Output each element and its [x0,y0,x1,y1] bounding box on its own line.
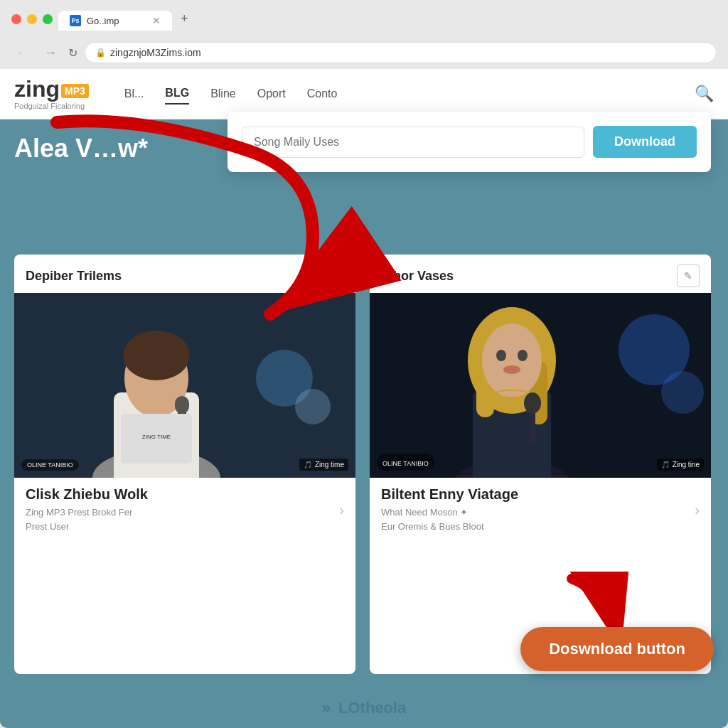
traffic-lights: Ps Go..imp ✕ + [11,7,717,31]
security-icon: 🔒 [95,48,106,58]
download-button[interactable]: Download [593,126,697,158]
nav-item-conto[interactable]: Conto [307,84,338,104]
page-body: zingMP3 Podguizal Ficaloring Bl... BLG B… [0,69,728,728]
card-2-logo-overlay: OLINE TANIBIO [377,454,434,471]
maximize-traffic-light[interactable] [43,14,53,24]
annotation-download-button[interactable]: Doswnload button [520,627,714,671]
card-1-person-image: ZING TIME [14,293,355,478]
logo-zing: zing [14,76,60,102]
svg-text:ZING TIME: ZING TIME [142,434,171,440]
card-2-watermark: 🎵 Zing tine [657,459,704,471]
tab-favicon: Ps [70,15,81,26]
bottom-text: LOtheola [338,699,406,717]
svg-point-14 [661,371,704,414]
nav-item-bl[interactable]: Bl... [124,84,144,104]
site-logo: zingMP3 Podguizal Ficaloring [14,77,89,110]
card-1-desc-line2: Prest User [26,520,339,534]
minimize-traffic-light[interactable] [27,14,37,24]
logo-subtitle: Podguizal Ficaloring [14,102,89,110]
back-button[interactable]: ← [11,44,33,62]
card-2-name: Biltent Enny Viatage [381,486,695,503]
title-bar: Ps Go..imp ✕ + [0,0,728,36]
browser-window: Ps Go..imp ✕ + ← → ↻ 🔒 zingznjoM3Zims.io… [0,0,728,728]
reload-button[interactable]: ↻ [68,46,77,60]
card-1: Depiber Trilems ✎ [14,255,355,674]
card-2-body: Biltent Enny Viatage What Need Moson ✦ E… [370,478,711,542]
svg-point-21 [496,350,506,361]
svg-point-23 [503,365,520,374]
search-dropdown: Download [228,112,711,172]
svg-point-26 [524,392,541,414]
svg-point-22 [518,350,528,361]
card-1-body: Clisk Zhiebu Wolk Zing MP3 Prest Brokd F… [14,478,355,542]
card-2-desc-line2: Eur Oremis & Bues Bloot [381,520,695,534]
card-1-watermark: 🎵 Zing time [299,459,348,471]
card-1-name: Clisk Zhiebu Wolk [26,486,339,503]
address-bar: ← → ↻ 🔒 zingznjoM3Zims.iom [0,36,728,69]
nav-item-bline[interactable]: Bline [210,84,236,104]
svg-rect-9 [175,396,189,414]
new-tab-button[interactable]: + [173,7,196,31]
search-input[interactable] [242,127,584,158]
card-2-info: Biltent Enny Viatage What Need Moson ✦ E… [381,486,695,533]
card-2-title: Whor Vases [381,269,454,284]
svg-point-3 [295,389,331,424]
nav-item-blg[interactable]: BLG [165,83,189,105]
card-2-arrow[interactable]: › [695,502,700,518]
card-1-arrow[interactable]: › [339,502,344,518]
cards-section: Depiber Trilems ✎ [0,247,728,688]
logo-mp3-badge: MP3 [61,84,89,98]
url-bar[interactable]: 🔒 zingznjoM3Zims.iom [85,42,717,63]
card-1-info: Clisk Zhiebu Wolk Zing MP3 Prest Brokd F… [26,486,339,533]
forward-button[interactable]: → [40,44,61,62]
card-2-image: 🎵 Zing tine OLINE TANIBIO [370,293,711,478]
card-1-header: Depiber Trilems ✎ [14,255,355,293]
card-2-header: Whor Vases ✎ [370,255,711,293]
card-2-icon-button[interactable]: ✎ [677,264,700,287]
nav-item-oport[interactable]: Oport [257,84,286,104]
logo-text: zingMP3 [14,77,89,100]
card-2-person-image [370,293,711,478]
svg-point-20 [482,323,542,397]
search-icon[interactable]: 🔍 [695,85,714,103]
browser-tab[interactable]: Ps Go..imp ✕ [58,11,172,31]
card-2: Whor Vases ✎ [370,255,711,674]
close-traffic-light[interactable] [11,14,21,24]
card-1-image: ZING TIME 🎵 Zing time OLINE TANIBIO [14,293,355,478]
tab-close-button[interactable]: ✕ [152,15,161,26]
svg-point-7 [123,331,190,380]
tab-title: Go..imp [87,16,119,26]
bottom-arrow-icon: » [322,699,331,717]
card-1-icon-button[interactable]: ✎ [321,264,344,287]
tab-bar: Ps Go..imp ✕ + [58,7,196,31]
site-nav: Bl... BLG Bline Oport Conto 🔍 [124,83,714,105]
card-1-desc-line1: Zing MP3 Prest Brokd Fer [26,505,339,520]
card-1-title: Depiber Trilems [26,269,122,284]
card-2-desc-line1: What Need Moson ✦ [381,505,695,520]
url-text: zingznjoM3Zims.iom [110,47,201,58]
card-1-logo-overlay: OLINE TANIBIO [21,459,79,471]
bottom-section: » LOtheola [0,688,728,728]
